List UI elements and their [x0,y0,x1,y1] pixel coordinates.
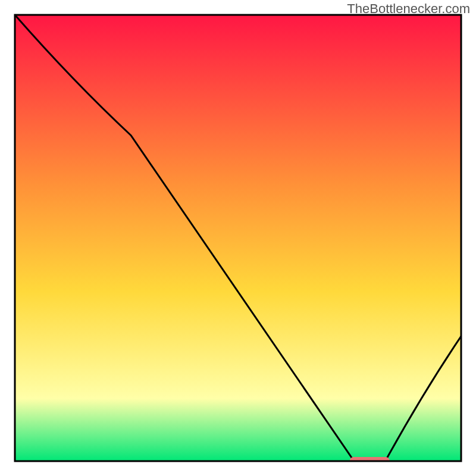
bottleneck-curve-chart [0,0,476,476]
watermark-text: TheBottlenecker.com [347,1,470,17]
chart-container: { "watermark": "TheBottlenecker.com", "c… [0,0,476,476]
gradient-background [15,15,461,461]
